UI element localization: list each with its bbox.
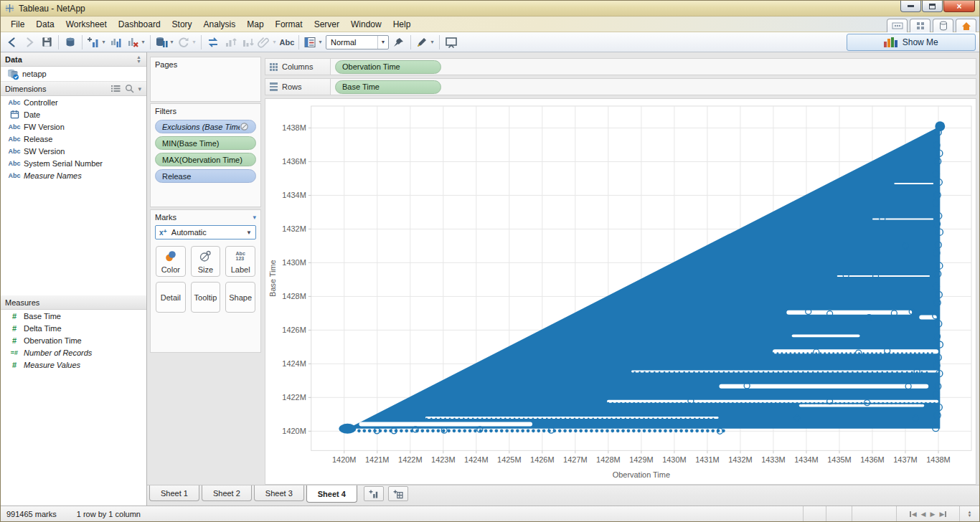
refresh-button[interactable]: ▾	[176, 34, 198, 51]
redo-button[interactable]	[21, 34, 38, 51]
close-button[interactable]: ×	[943, 1, 975, 12]
measure-measure-values[interactable]: # Measure Values	[1, 359, 146, 371]
dimension-measure-names[interactable]: Abc Measure Names	[1, 169, 146, 181]
dimension-sw-version[interactable]: Abc SW Version	[1, 145, 146, 157]
swap-axes-button[interactable]	[204, 34, 222, 51]
view-fit-caret[interactable]: ▼	[377, 36, 388, 49]
columns-shelf[interactable]: Columns Obervation Time	[265, 58, 976, 75]
measure-base-time[interactable]: # Base Time	[1, 310, 146, 322]
show-me-button[interactable]: Show Me	[847, 34, 976, 51]
save-button[interactable]	[38, 34, 55, 51]
group-members-button[interactable]: ▾	[256, 34, 278, 51]
highlight-button[interactable]: ▾	[414, 34, 436, 51]
scatter-plot[interactable]: 1420M1421M1422M1423M1424M1425M1426M1427M…	[265, 98, 976, 485]
last-sheet-button[interactable]: ▶	[939, 511, 946, 518]
undo-button[interactable]	[4, 34, 21, 51]
sort-ascending-button[interactable]	[222, 34, 239, 51]
menu-analysis[interactable]: Analysis	[198, 18, 242, 31]
menu-server[interactable]: Server	[308, 18, 345, 31]
data-pane-header[interactable]: Data ▲▼	[1, 52, 146, 67]
group-members-caret[interactable]: ▾	[271, 39, 278, 45]
menu-window[interactable]: Window	[345, 18, 387, 31]
menu-dashboard[interactable]: Dashboard	[113, 18, 166, 31]
menu-map[interactable]: Map	[241, 18, 269, 31]
rows-shelf[interactable]: Rows Base Time	[265, 78, 976, 95]
next-sheet-button[interactable]: ▶	[930, 511, 936, 518]
filter-pill-exclusions[interactable]: Exclusions (Base Time..	[155, 120, 256, 133]
filter-pill-min-base-time[interactable]: MIN(Base Time)	[155, 136, 256, 150]
marks-menu-caret[interactable]: ▾	[253, 214, 256, 221]
measure-delta-time[interactable]: # Delta Time	[1, 322, 146, 334]
marks-card[interactable]: Marks ▾ x⁺ Automatic ▼ Color	[150, 209, 261, 353]
new-worksheet-tab-button[interactable]	[364, 486, 384, 501]
filter-pill-max-obervation-time[interactable]: MAX(Obervation Time)	[155, 153, 256, 166]
dimensions-menu-caret[interactable]: ▾	[138, 85, 142, 92]
filter-pill-release[interactable]: Release	[155, 169, 256, 183]
sort-descending-button[interactable]	[239, 34, 256, 51]
refresh-caret[interactable]: ▾	[191, 39, 197, 45]
menu-data[interactable]: Data	[30, 18, 60, 31]
pause-updates-button[interactable]: ▾	[154, 34, 176, 51]
size-button[interactable]: Size	[191, 246, 221, 277]
view-list-icon[interactable]	[111, 85, 121, 92]
datasource-connection[interactable]: netapp	[1, 67, 146, 82]
data-pane-title: Data	[5, 55, 22, 64]
label-button[interactable]: Abc123 Label	[225, 246, 255, 277]
scatter-plot-svg[interactable]: 1420M1421M1422M1423M1424M1425M1426M1427M…	[265, 99, 976, 484]
menu-file[interactable]: File	[5, 18, 30, 31]
pane-sort-icon[interactable]: ▲▼	[136, 55, 142, 64]
minimize-button[interactable]	[900, 1, 921, 12]
new-worksheet-caret[interactable]: ▾	[100, 39, 107, 45]
new-datasource-button[interactable]	[62, 34, 79, 51]
mark-type-select[interactable]: x⁺ Automatic ▼	[155, 225, 256, 239]
view-fit-select[interactable]: Normal ▼	[326, 35, 389, 49]
menu-format[interactable]: Format	[270, 18, 308, 31]
new-dashboard-tab-button[interactable]	[388, 486, 408, 501]
show-mark-labels-button[interactable]: Abc	[278, 34, 296, 51]
show-hide-cards-button[interactable]: ▾	[302, 34, 324, 51]
data-window-tab[interactable]	[887, 19, 908, 32]
color-button[interactable]: Color	[156, 246, 186, 277]
dimension-system-serial-number[interactable]: Abc System Serial Number	[1, 157, 146, 169]
menu-worksheet[interactable]: Worksheet	[60, 18, 113, 31]
sheet-tab-bar: Sheet 1 Sheet 2 Sheet 3 Sheet 4	[147, 485, 979, 506]
svg-text:1434M: 1434M	[282, 191, 306, 199]
new-worksheet-button[interactable]: ▾	[85, 34, 108, 51]
measure-number-of-records[interactable]: =# Number of Records	[1, 346, 146, 359]
presentation-mode-button[interactable]	[443, 34, 460, 51]
highlight-caret[interactable]: ▾	[429, 39, 435, 45]
tab-sheet-3[interactable]: Sheet 3	[254, 485, 304, 501]
first-sheet-button[interactable]: ◀	[910, 511, 917, 518]
tooltip-button[interactable]: Tooltip	[191, 282, 221, 313]
shape-button[interactable]: Shape	[225, 282, 255, 313]
previous-sheet-button[interactable]: ◀	[921, 511, 926, 518]
datasource-tab[interactable]	[933, 19, 953, 32]
clear-sheet-button[interactable]: ▾	[125, 34, 147, 51]
rows-pill-base-time[interactable]: Base Time	[335, 80, 441, 94]
pages-card[interactable]: Pages	[150, 57, 261, 102]
dimension-controller[interactable]: Abc Controller	[1, 96, 146, 108]
search-icon[interactable]	[125, 84, 134, 93]
tab-sheet-2[interactable]: Sheet 2	[202, 485, 252, 501]
tiles-tab[interactable]	[910, 19, 930, 32]
menu-help[interactable]: Help	[387, 18, 417, 31]
tab-sheet-4[interactable]: Sheet 4	[306, 485, 357, 503]
filters-card[interactable]: Filters Exclusions (Base Time.. MIN(Base…	[150, 103, 261, 207]
tab-scroll-control[interactable]: ▲▼	[959, 506, 979, 521]
pause-updates-caret[interactable]: ▾	[169, 39, 175, 45]
fix-axes-button[interactable]	[390, 34, 407, 51]
dimension-release[interactable]: Abc Release	[1, 133, 146, 145]
duplicate-sheet-button[interactable]	[108, 34, 125, 51]
dimension-fw-version[interactable]: Abc FW Version	[1, 120, 146, 133]
measure-obervation-time[interactable]: # Obervation Time	[1, 334, 146, 346]
size-icon	[199, 247, 212, 265]
dimension-date[interactable]: Date	[1, 108, 146, 120]
detail-button[interactable]: Detail	[156, 282, 186, 313]
restore-button[interactable]	[922, 1, 943, 12]
show-hide-cards-caret[interactable]: ▾	[317, 39, 324, 45]
tab-sheet-1[interactable]: Sheet 1	[149, 485, 199, 501]
start-page-tab[interactable]	[956, 19, 976, 32]
columns-pill-obervation-time[interactable]: Obervation Time	[335, 60, 441, 74]
menu-story[interactable]: Story	[166, 18, 198, 31]
clear-sheet-caret[interactable]: ▾	[140, 39, 146, 45]
